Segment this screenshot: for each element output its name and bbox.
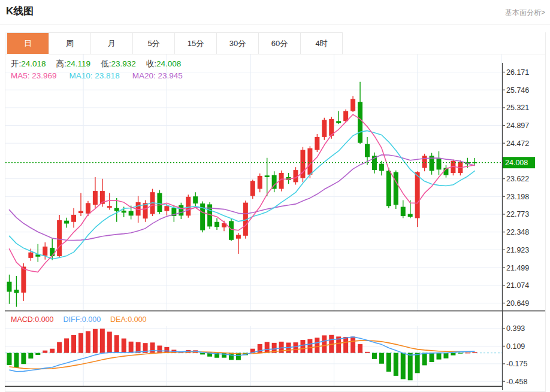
candle-body: [258, 176, 262, 189]
candle-body: [193, 196, 198, 203]
period-tab-6[interactable]: 30分: [217, 33, 259, 54]
candle-body: [322, 120, 327, 137]
y-axis-label: 24.472: [506, 139, 529, 148]
macd-histogram-bar: [294, 342, 298, 353]
candle-body: [394, 172, 398, 205]
candle-body: [386, 171, 391, 206]
macd-histogram-bar: [21, 353, 26, 364]
candle-body: [114, 208, 119, 211]
candle-body: [57, 220, 62, 256]
candle-body: [229, 221, 234, 239]
macd-histogram-bar: [107, 332, 112, 353]
period-tab-4[interactable]: 5分: [133, 33, 175, 54]
y-axis-label: 22.773: [506, 210, 529, 218]
macd-histogram-bar: [437, 353, 442, 360]
candle-body: [265, 175, 270, 177]
ohlc-legend: 开:24.018高:24.119低:23.932收:24.008: [11, 59, 181, 69]
y-axis-label: 25.321: [506, 104, 529, 112]
macd-histogram-bar: [150, 342, 155, 353]
period-tab-2[interactable]: 周: [49, 33, 91, 54]
y-axis-label: -0.458: [506, 378, 527, 386]
macd-histogram-bar: [86, 331, 90, 353]
macd-histogram-bar: [265, 342, 270, 353]
ma5-line: [10, 114, 475, 272]
candle-body: [71, 215, 76, 222]
candle-body: [214, 222, 219, 227]
ma-legend: MA5: 23.969MA10: 23.818MA20: 23.945: [11, 71, 183, 80]
ma-item: MA5: 23.969: [11, 71, 57, 80]
candle-body: [415, 172, 420, 218]
y-axis-label: 21.499: [506, 264, 529, 272]
candle-body: [186, 197, 191, 215]
macd-histogram-bar: [343, 337, 348, 353]
y-axis-label: 0.393: [506, 324, 525, 333]
macd-histogram-bar: [64, 338, 69, 353]
ma-item: MA20: 23.945: [132, 71, 183, 80]
y-axis-label: 20.649: [506, 299, 529, 308]
macd-item: DIFF:0.000: [64, 315, 101, 324]
kline-page: K线图 基本面分析> 日周月5分15分30分60分4时 开:24.018高:24…: [0, 0, 550, 392]
macd-histogram-bar: [422, 353, 427, 366]
fundamental-analysis-link[interactable]: 基本面分析>: [505, 8, 545, 18]
ohlc-item: 低:23.932: [101, 59, 136, 69]
y-axis-label: 26.171: [506, 68, 529, 77]
current-price-label: 24.008: [505, 159, 528, 167]
macd-item: MACD:0.000: [11, 315, 54, 324]
macd-histogram-bar: [315, 338, 319, 353]
y-axis-label: -0.175: [506, 360, 527, 368]
macd-histogram-bar: [443, 353, 448, 358]
period-tab-7[interactable]: 60分: [259, 33, 301, 54]
ohlc-item: 收:24.008: [146, 59, 182, 69]
page-title: K线图: [6, 4, 34, 18]
macd-histogram-bar: [7, 353, 12, 365]
macd-legend: MACD:0.000DIFF:0.000DEA:0.000: [11, 315, 147, 324]
candle-body: [401, 207, 406, 216]
macd-histogram-bar: [372, 353, 377, 359]
macd-histogram-bar: [71, 335, 76, 353]
ohlc-item: 开:24.018: [11, 59, 46, 69]
macd-histogram-bar: [78, 333, 83, 353]
candle-body: [307, 148, 312, 175]
macd-histogram-bar: [430, 353, 434, 362]
macd-histogram-bar: [465, 353, 470, 353]
macd-histogram-bar: [129, 342, 134, 353]
macd-histogram-bar: [300, 340, 305, 353]
candle-body: [86, 203, 90, 213]
macd-histogram-bar: [451, 353, 455, 355]
macd-histogram-bar: [14, 353, 19, 368]
y-axis-label: 23.622: [506, 175, 529, 183]
candle-body: [64, 221, 69, 224]
period-tab-5[interactable]: 15分: [175, 33, 217, 54]
candle-body: [408, 214, 413, 217]
candle-body: [129, 211, 134, 216]
y-axis-label: 23.198: [506, 193, 529, 201]
macd-histogram-bar: [358, 344, 362, 353]
macd-histogram-bar: [57, 342, 62, 353]
candle-body: [236, 235, 241, 238]
candle-body: [179, 205, 183, 215]
candle-body: [336, 121, 341, 123]
candle-body: [250, 181, 255, 196]
macd-histogram-bar: [93, 329, 98, 353]
macd-histogram-bar: [43, 351, 47, 353]
candle-body: [14, 290, 19, 293]
macd-histogram-bar: [35, 353, 40, 355]
period-tab-1[interactable]: 日: [7, 33, 49, 54]
macd-histogram-bar: [229, 353, 234, 360]
candle-body: [437, 159, 442, 169]
macd-histogram-bar: [394, 353, 398, 376]
period-tabs: 日周月5分15分30分60分4时: [7, 32, 343, 54]
macd-histogram-bar: [157, 345, 162, 353]
macd-histogram-bar: [28, 353, 33, 358]
candle-body: [422, 156, 427, 168]
macd-histogram-bar: [365, 352, 370, 353]
macd-histogram-bar: [472, 352, 477, 353]
period-tab-8[interactable]: 4时: [301, 33, 343, 54]
candle-body: [93, 191, 98, 205]
y-axis-label: 21.074: [506, 281, 529, 290]
candle-body: [315, 137, 319, 150]
y-axis-label: 21.923: [506, 246, 529, 254]
period-tab-3[interactable]: 月: [91, 33, 133, 54]
macd-histogram-bar: [401, 353, 406, 379]
candle-body: [157, 193, 162, 212]
